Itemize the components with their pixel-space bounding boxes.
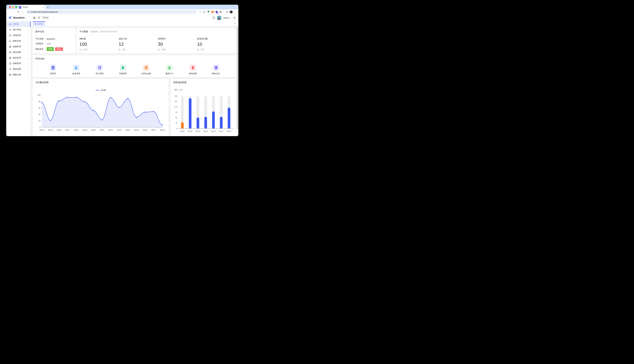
extension-placeholder-icon[interactable] xyxy=(203,10,206,14)
minimize-window-button[interactable] xyxy=(12,6,14,8)
quick-item-字典管理[interactable]: 字典管理 xyxy=(115,64,131,75)
active-tab-dot xyxy=(35,24,36,24)
line-chart-title: 访问量趋势图 xyxy=(33,79,168,86)
svg-text:08/21: 08/21 xyxy=(100,129,104,131)
lock-icon xyxy=(9,62,12,65)
svg-text:08/17: 08/17 xyxy=(65,129,70,131)
quick-card-title: 常用功能 xyxy=(33,55,236,62)
line-chart-legend[interactable]: 访问量 xyxy=(33,89,168,92)
tab-chip-label: 工作台 xyxy=(37,22,43,26)
sidebar-item-5[interactable]: 渠道设置 xyxy=(6,50,30,55)
quick-item-网站信息[interactable]: 网站信息 xyxy=(208,64,224,75)
svg-text:08/22: 08/22 xyxy=(180,130,185,132)
browser-profile-avatar[interactable] xyxy=(229,10,233,14)
mail-icon xyxy=(9,51,12,54)
user-avatar[interactable] xyxy=(217,16,221,20)
browser-menu-icon[interactable]: ⋮ xyxy=(234,11,237,13)
svg-text:80: 80 xyxy=(38,100,41,102)
svg-text:08/22: 08/22 xyxy=(108,129,113,131)
browser-tab[interactable]: LA 工作台 × xyxy=(18,5,46,9)
svg-text:08/26: 08/26 xyxy=(211,130,216,132)
tab-chip-workbench[interactable]: 工作台 xyxy=(33,21,45,26)
sidebar-item-2[interactable]: 应用管理 xyxy=(6,32,30,38)
back-icon[interactable]: ← xyxy=(8,10,12,13)
version-card-title: 版本信息 xyxy=(33,28,76,35)
chevron-down-icon xyxy=(27,74,29,76)
svg-text:08/19: 08/19 xyxy=(82,129,87,131)
sidebar-item-9[interactable]: 模板示例 xyxy=(6,72,30,78)
download-icon[interactable] xyxy=(225,10,229,14)
quick-item-部门管理[interactable]: 部门管理 xyxy=(92,64,108,75)
version-row: 平台名称likeadmin xyxy=(36,38,73,40)
svg-text:08/25: 08/25 xyxy=(134,129,139,131)
svg-text:180: 180 xyxy=(174,95,178,97)
svg-text:120: 120 xyxy=(174,106,178,108)
svg-text:08/28: 08/28 xyxy=(160,129,164,131)
update-time: 更新时间：2024-08-28 18:36:33 xyxy=(91,30,117,33)
svg-text:60: 60 xyxy=(175,117,178,119)
quick-item-代码生成器[interactable]: 代码生成器 xyxy=(138,64,154,75)
close-window-button[interactable] xyxy=(9,6,11,8)
bar-chart-title: 销售额趋势图 xyxy=(171,79,236,86)
open-tabs-bar: 工作台 xyxy=(31,21,238,26)
settings-gear-icon[interactable] xyxy=(233,16,236,19)
user-icon xyxy=(9,28,12,31)
sidebar-item-4[interactable]: 装修管理 xyxy=(6,44,30,50)
chevron-down-icon xyxy=(27,57,29,59)
extensions-puzzle-icon[interactable] xyxy=(219,10,222,14)
close-tab-icon[interactable]: × xyxy=(43,6,44,8)
version-info-card: 版本信息 平台名称likeadmin当前版本1.9.1获取渠道官网Gitee xyxy=(33,28,76,53)
quick-item-菜单权限[interactable]: 菜单权限 xyxy=(185,64,200,75)
admin-icon xyxy=(50,64,56,71)
maximize-window-button[interactable] xyxy=(15,6,17,8)
sidebar-item-1[interactable]: 用户管理 xyxy=(6,27,30,32)
purple-extension-icon[interactable]: 5 xyxy=(215,10,218,14)
sidebar-item-8[interactable]: 系统设置 xyxy=(6,66,30,72)
sidebar-item-workbench[interactable]: 工作台 xyxy=(6,21,30,27)
quick-item-角色管理[interactable]: 角色管理 xyxy=(68,64,84,75)
reload-icon[interactable]: ↻ xyxy=(16,10,20,14)
bookmark-star-icon[interactable]: ☆ xyxy=(198,10,202,14)
svg-text:40: 40 xyxy=(38,114,41,116)
sidebar: 工作台用户管理应用管理财务管理装修管理渠道设置组织管理权限管理系统设置模板示例 xyxy=(6,21,31,136)
today-data-card: 今日数据 更新时间：2024-08-28 18:36:33 销售额100总：10… xyxy=(77,28,236,53)
brand-name: likeadmin xyxy=(13,16,25,19)
browser-tab-strip: LA 工作台 × + xyxy=(6,5,238,9)
stat-新增访问量: 新增访问量10总：100 xyxy=(197,38,236,51)
user-menu[interactable]: admin xyxy=(224,17,231,19)
brand-logo[interactable]: K likeadmin xyxy=(6,16,31,20)
new-tab-button[interactable]: + xyxy=(47,6,49,9)
sq-extension-icon[interactable]: SQ xyxy=(211,10,214,14)
workbench-content: 版本信息 平台名称likeadmin当前版本1.9.1获取渠道官网Gitee 今… xyxy=(31,26,238,136)
quick-item-管理员[interactable]: 管理员 xyxy=(45,64,61,75)
gitee-button[interactable]: Gitee xyxy=(55,48,63,51)
svg-text:08/18: 08/18 xyxy=(74,129,79,131)
tabs-dropdown-icon[interactable] xyxy=(234,22,236,25)
vue-devtools-extension-icon[interactable] xyxy=(207,10,210,14)
refresh-page-icon[interactable] xyxy=(38,16,40,19)
svg-text:90: 90 xyxy=(175,111,178,113)
address-bar[interactable]: i localhost:5173/admin/workbench xyxy=(26,10,197,14)
home-icon[interactable]: ⌂ xyxy=(21,10,25,13)
chevron-down-icon xyxy=(27,52,29,53)
admin-app: K likeadmin 工作台 xyxy=(6,15,238,136)
sidebar-item-3[interactable]: 财务管理 xyxy=(6,38,30,44)
page-scrollbar[interactable] xyxy=(237,27,238,129)
bar-chart-unit-label: 单位（万） xyxy=(174,88,236,91)
fullscreen-icon[interactable] xyxy=(212,16,215,19)
svg-text:08/20: 08/20 xyxy=(91,129,96,131)
sales-trend-card: 销售额趋势图 单位（万） 030609012015018008/2208/230… xyxy=(171,79,236,136)
svg-text:08/25: 08/25 xyxy=(204,130,208,132)
svg-text:30: 30 xyxy=(175,122,178,124)
app-header: K likeadmin 工作台 xyxy=(6,15,238,21)
quick-item-素材中心[interactable]: 素材中心 xyxy=(162,64,177,75)
chevron-down-icon xyxy=(27,63,29,64)
official-site-button[interactable]: 官网 xyxy=(47,47,54,51)
sidebar-item-7[interactable]: 权限管理 xyxy=(6,61,30,66)
chevron-down-icon xyxy=(27,34,29,36)
collapse-sidebar-icon[interactable] xyxy=(33,16,36,19)
channel-row: 获取渠道官网Gitee xyxy=(36,47,73,51)
sidebar-item-6[interactable]: 组织管理 xyxy=(6,55,30,61)
forward-icon[interactable]: → xyxy=(12,10,16,13)
site-info-icon[interactable]: i xyxy=(28,11,30,13)
